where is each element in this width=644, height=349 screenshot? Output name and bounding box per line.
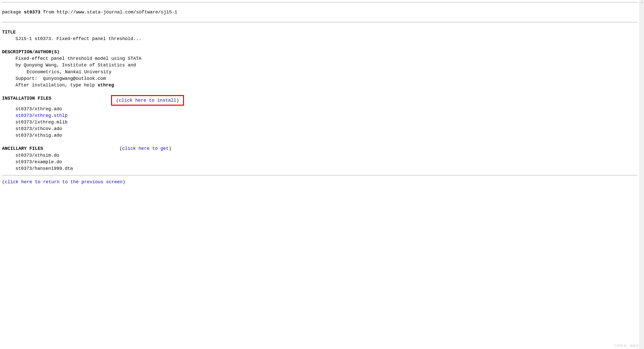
spacer: [2, 15, 637, 22]
spacer: [2, 175, 637, 179]
description-line-2: by Qunyong Wang, Institute of Statistics…: [2, 62, 637, 68]
package-name: st0373: [24, 10, 40, 15]
ancillary-file: st0373/example.do: [2, 159, 637, 165]
paren-open: (: [119, 146, 122, 151]
installation-label: INSTALLATION FILES: [2, 95, 111, 106]
package-header-line: package st0373 from http://www.stata-jou…: [2, 9, 637, 15]
install-file: st0373/xthreg.ado: [2, 106, 637, 112]
spacer: [2, 2, 637, 9]
paren-open: (: [2, 179, 5, 185]
title-label: TITLE: [2, 29, 637, 35]
paren-open: (: [116, 98, 119, 103]
get-link[interactable]: click here to get: [122, 146, 169, 151]
from-prefix: from: [40, 10, 57, 15]
paren-close: ): [176, 98, 179, 103]
spacer: [2, 88, 637, 95]
install-link[interactable]: click here to install: [119, 98, 176, 103]
description-line-1: Fixed-effect panel threshold model using…: [2, 55, 637, 62]
ancillary-file: st0373/xthsim.do: [2, 152, 637, 159]
title-text: SJ15-1 st0373. Fixed-effect panel thresh…: [2, 35, 637, 42]
spacer: [2, 172, 637, 175]
ancillary-link-wrapper: (click here to get): [119, 145, 171, 152]
spacer: [2, 139, 637, 145]
ancillary-file: st0373/hansen1999.dta: [2, 165, 637, 172]
ancillary-label: ANCILLARY FILES: [2, 145, 119, 152]
install-file: st0373/xthsig.ado: [2, 132, 637, 139]
scrollbar[interactable]: ▴: [639, 0, 644, 187]
scroll-up-icon[interactable]: ▴: [640, 0, 644, 5]
install-file-link-wrapper: st0373/xthreg.sthlp: [2, 112, 637, 119]
description-line-5: After installation, type help xthreg: [2, 82, 637, 88]
install-link-wrapper: (click here to install): [111, 95, 184, 106]
description-label: DESCRIPTION/AUTHOR(S): [2, 49, 637, 55]
description-line-4: Support: qunyongwang@outlook.com: [2, 75, 637, 82]
install-file: st0373/lxthreg.mlib: [2, 119, 637, 125]
installation-header-row: INSTALLATION FILES (click here to instal…: [2, 95, 637, 106]
paren-close: ): [169, 146, 171, 151]
viewer-content: package st0373 from http://www.stata-jou…: [0, 0, 639, 187]
description-line-3: Econometrics, Nankai University: [2, 69, 637, 75]
highlight-box: (click here to install): [111, 95, 184, 106]
spacer: [2, 42, 637, 49]
after-install-prefix: After installation, type help: [15, 83, 98, 88]
install-file: st0373/xthcov.ado: [2, 125, 637, 132]
return-link[interactable]: click here to return to the previous scr…: [5, 179, 122, 185]
paren-close: ): [122, 179, 125, 185]
package-prefix: package: [2, 10, 24, 15]
spacer: [2, 22, 637, 29]
source-url: http://www.stata-journal.com/software/sj…: [57, 10, 177, 15]
install-file-link[interactable]: st0373/xthreg.sthlp: [15, 113, 67, 118]
return-link-row: (click here to return to the previous sc…: [2, 179, 637, 185]
help-command: xthreg: [98, 83, 114, 88]
ancillary-header-row: ANCILLARY FILES (click here to get): [2, 145, 637, 152]
